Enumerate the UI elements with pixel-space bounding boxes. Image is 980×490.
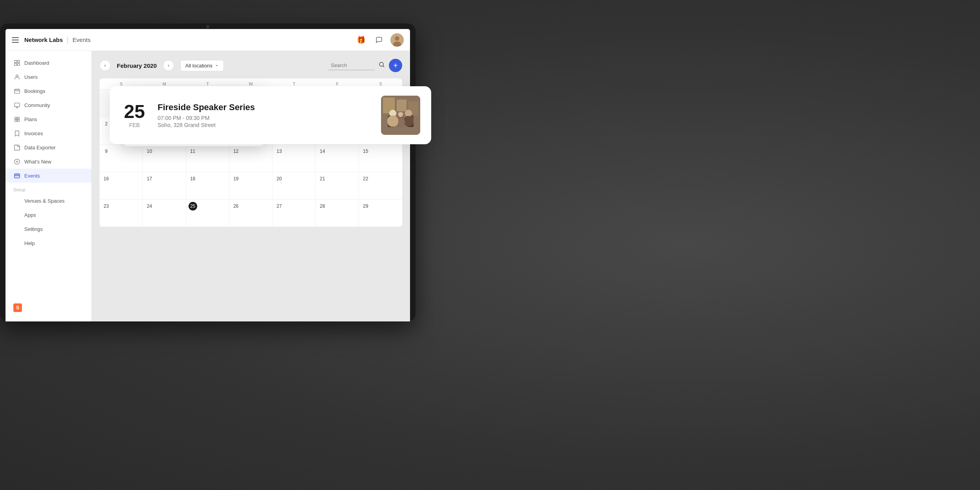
calendar-header: ‹ February 2020 › All locations — [100, 59, 402, 72]
event-time: 07:00 PM - 09:30 PM — [158, 115, 372, 121]
cal-cell-29[interactable]: 29 — [359, 200, 402, 227]
invoices-icon — [13, 130, 20, 137]
sidebar-item-events[interactable]: Events — [5, 169, 91, 183]
svg-point-25 — [399, 115, 402, 117]
cal-cell-19[interactable]: 19 — [229, 172, 272, 200]
sidebar: Dashboard Users — [5, 51, 92, 321]
sidebar-label-settings: Settings — [24, 226, 43, 232]
cal-cell-15[interactable]: 15 — [359, 145, 402, 172]
sidebar-item-users[interactable]: Users — [5, 70, 91, 84]
cal-cell-10[interactable]: 10 — [143, 145, 186, 172]
svg-point-26 — [408, 116, 412, 118]
sidebar-label-community: Community — [24, 102, 50, 108]
hamburger-icon[interactable] — [12, 37, 19, 43]
users-icon — [13, 73, 20, 80]
background-dots — [431, 0, 980, 490]
community-icon — [13, 102, 20, 109]
cal-cell-13[interactable]: 13 — [272, 145, 316, 172]
event-card: 25 FEB Fireside Speaker Series 07:00 PM … — [110, 86, 431, 144]
svg-rect-23 — [407, 119, 414, 127]
cal-cell-12[interactable]: 12 — [229, 145, 272, 172]
svg-point-24 — [389, 116, 393, 118]
cal-cell-22[interactable]: 22 — [359, 172, 402, 200]
cal-cell-9[interactable]: 9 — [100, 145, 143, 172]
svg-point-1 — [395, 36, 399, 40]
events-icon — [13, 172, 20, 179]
sidebar-item-apps[interactable]: Apps — [5, 208, 91, 222]
next-month-button[interactable]: › — [163, 60, 174, 71]
svg-rect-17 — [408, 102, 418, 115]
sidebar-label-apps: Apps — [24, 212, 36, 218]
cal-cell-11[interactable]: 11 — [186, 145, 229, 172]
help-icon — [13, 240, 20, 247]
dashboard-icon — [13, 59, 20, 66]
sidebar-item-help[interactable]: Help — [5, 236, 91, 250]
sidebar-bottom: S — [5, 299, 91, 317]
prev-month-button[interactable]: ‹ — [100, 60, 111, 71]
bookings-icon — [13, 87, 20, 94]
cal-cell-21[interactable]: 21 — [316, 172, 359, 200]
gift-icon[interactable]: 🎁 — [354, 33, 368, 47]
search-icon[interactable] — [379, 62, 385, 69]
cal-cell-18[interactable]: 18 — [186, 172, 229, 200]
calendar-month-title: February 2020 — [117, 62, 157, 69]
sidebar-label-bookings: Bookings — [24, 88, 45, 94]
sidebar-item-invoices[interactable]: Invoices — [5, 126, 91, 140]
sidebar-item-data-exporter[interactable]: Data Exporter — [5, 140, 91, 154]
svg-rect-14 — [381, 96, 420, 135]
sidebar-item-whats-new[interactable]: What's New — [5, 154, 91, 169]
svg-rect-3 — [14, 60, 16, 62]
event-day-number: 25 — [124, 102, 145, 121]
svg-rect-9 — [14, 103, 19, 106]
app-container: Network Labs | Events 🎁 — [5, 29, 410, 321]
chat-icon[interactable] — [372, 33, 386, 47]
cal-cell-23[interactable]: 23 — [100, 200, 143, 227]
top-bar: Network Labs | Events 🎁 — [5, 29, 410, 51]
svg-rect-5 — [14, 63, 16, 65]
sidebar-item-community[interactable]: Community — [5, 98, 91, 112]
sidebar-label-data-exporter: Data Exporter — [24, 145, 56, 151]
cal-cell-16[interactable]: 16 — [100, 172, 143, 200]
event-month-label: FEB — [129, 122, 140, 128]
sidebar-item-bookings[interactable]: Bookings — [5, 84, 91, 98]
search-area: + — [328, 59, 402, 72]
whats-new-icon — [13, 158, 20, 165]
cal-cell-14[interactable]: 14 — [316, 145, 359, 172]
event-details: Fireside Speaker Series 07:00 PM - 09:30… — [158, 102, 372, 128]
setup-section-label: Setup — [5, 183, 91, 194]
svg-rect-4 — [17, 60, 20, 62]
topbar-actions: 🎁 — [354, 33, 404, 47]
cal-cell-28[interactable]: 28 — [316, 200, 359, 227]
svg-rect-6 — [17, 63, 20, 65]
brand-name: Network Labs — [24, 36, 63, 43]
cal-cell-25[interactable]: 25 — [186, 200, 229, 227]
svg-point-13 — [379, 62, 383, 66]
sidebar-label-invoices: Invoices — [24, 131, 43, 136]
sidebar-label-plans: Plans — [24, 116, 37, 122]
sidebar-label-events: Events — [24, 173, 40, 179]
cal-cell-27[interactable]: 27 — [272, 200, 316, 227]
laptop-frame: Network Labs | Events 🎁 — [0, 24, 416, 321]
add-event-button[interactable]: + — [389, 59, 402, 72]
laptop-screen: Network Labs | Events 🎁 — [5, 29, 410, 321]
location-select[interactable]: All locations — [180, 60, 224, 71]
svg-point-18 — [388, 115, 394, 120]
cal-cell-24[interactable]: 24 — [143, 200, 186, 227]
cal-cell-26[interactable]: 26 — [229, 200, 272, 227]
apps-icon — [13, 211, 20, 218]
sidebar-label-users: Users — [24, 74, 38, 80]
search-input[interactable] — [328, 61, 375, 70]
event-image-inner — [381, 96, 420, 135]
brand-divider: | — [67, 36, 69, 44]
cal-cell-20[interactable]: 20 — [272, 172, 316, 200]
location-select-label: All locations — [185, 63, 212, 69]
user-avatar[interactable] — [390, 33, 404, 47]
sidebar-label-whats-new: What's New — [24, 159, 51, 165]
cal-cell-17[interactable]: 17 — [143, 172, 186, 200]
sidebar-item-settings[interactable]: Settings — [5, 222, 91, 236]
sidebar-item-plans[interactable]: Plans — [5, 112, 91, 126]
app-logo-icon: S — [13, 303, 22, 312]
sidebar-item-venues[interactable]: Venues & Spaces — [5, 194, 91, 208]
sidebar-item-dashboard[interactable]: Dashboard — [5, 56, 91, 70]
svg-rect-19 — [388, 119, 394, 127]
